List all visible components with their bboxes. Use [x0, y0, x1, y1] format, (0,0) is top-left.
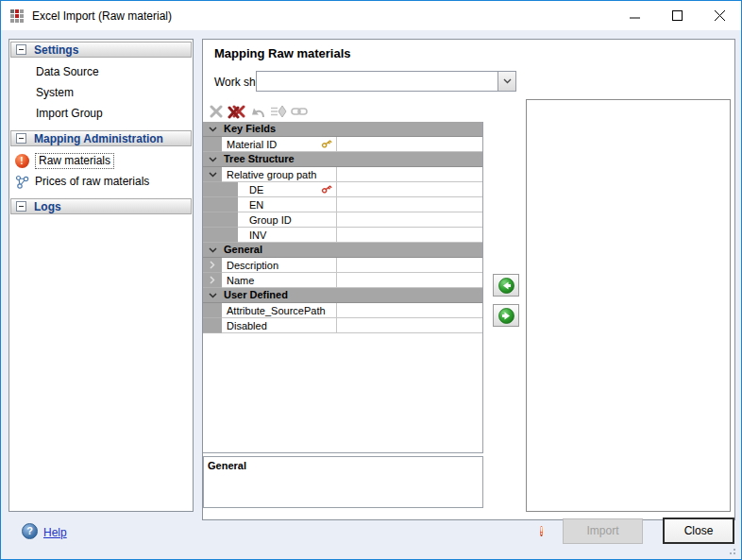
mapping-field-row[interactable]: EN	[203, 197, 482, 212]
field-label: Material ID	[227, 139, 277, 150]
mapping-group-row[interactable]: Tree Structure	[203, 152, 482, 167]
field-label: Description	[227, 260, 278, 271]
validation-error-icon: !	[540, 521, 543, 538]
maximize-button[interactable]	[656, 1, 699, 30]
minimize-icon	[630, 10, 640, 21]
page-title: Mapping Raw materials	[214, 46, 350, 60]
delete-all-icon	[228, 105, 246, 119]
resize-grip[interactable]	[726, 545, 735, 554]
collapse-icon[interactable]	[16, 44, 26, 55]
mapping-value-cell[interactable]	[337, 212, 482, 228]
field-label: Relative group path	[227, 169, 316, 180]
transfer-left-button[interactable]	[493, 274, 519, 297]
close-icon	[715, 10, 725, 21]
maximize-icon	[672, 10, 683, 21]
description-panel-title: General	[204, 457, 482, 471]
chevron-right-icon[interactable]	[203, 273, 222, 288]
mapping-value-cell[interactable]	[337, 137, 482, 152]
sidebar: Settings Data Source System Import Group…	[8, 39, 194, 512]
mapping-value-cell[interactable]	[337, 258, 482, 273]
sidebar-item-prices-of-raw-materials[interactable]: Prices of raw materials	[9, 172, 193, 191]
transfer-right-button[interactable]	[493, 304, 519, 327]
field-label: Attribute_SourcePath	[227, 305, 326, 316]
group-label: Key Fields	[222, 122, 276, 136]
undo-arrow-icon	[250, 105, 266, 118]
mapping-group-row[interactable]: User Defined	[203, 288, 482, 303]
close-button[interactable]	[699, 1, 741, 30]
worksheet-columns-listbox[interactable]	[526, 99, 731, 512]
mapping-value-cell[interactable]	[337, 167, 482, 182]
mapping-field-row[interactable]: Attribute_SourcePath	[203, 303, 482, 318]
sidebar-section-logs[interactable]: Logs	[10, 198, 192, 214]
close-dialog-button[interactable]: Close	[663, 518, 734, 544]
mapping-value-cell[interactable]	[337, 228, 482, 243]
app-icon	[10, 9, 24, 23]
chevron-down-icon[interactable]	[497, 72, 515, 91]
sidebar-item-label: System	[36, 86, 74, 99]
chevron-right-icon[interactable]	[203, 258, 222, 273]
field-label: Disabled	[227, 320, 267, 331]
sidebar-item-label: Import Group	[36, 107, 103, 120]
import-button[interactable]: Import	[563, 518, 643, 544]
sidebar-item-data-source[interactable]: Data Source	[9, 62, 193, 81]
mapping-group-row[interactable]: General	[203, 243, 482, 258]
minimize-button[interactable]	[614, 1, 656, 30]
mapping-value-cell[interactable]	[337, 197, 482, 212]
sidebar-item-raw-materials[interactable]: ! Raw materials	[9, 151, 193, 170]
key-icon-red	[321, 183, 332, 196]
mapping-field-row[interactable]: Name	[203, 273, 482, 288]
mapping-field-row[interactable]: Material ID	[203, 137, 482, 152]
mapping-field-row[interactable]: Group ID	[203, 212, 482, 228]
link-mapping-button[interactable]	[289, 103, 310, 120]
mapping-field-row[interactable]: INV	[203, 228, 482, 243]
sidebar-section-mapping-administration[interactable]: Mapping Administration	[10, 130, 192, 146]
error-icon: !	[14, 153, 29, 168]
worksheet-select[interactable]	[256, 71, 516, 92]
field-label: DE	[249, 184, 263, 195]
field-label: INV	[249, 229, 266, 241]
group-label: General	[222, 243, 262, 257]
sidebar-item-import-group[interactable]: Import Group	[9, 104, 193, 123]
help-icon[interactable]: ?	[22, 523, 38, 539]
sidebar-item-label: Raw materials	[35, 153, 114, 169]
group-label: Tree Structure	[222, 152, 295, 166]
excel-import-window: Excel Import (Raw material) Settings Dat…	[0, 0, 742, 560]
auto-map-button[interactable]	[268, 103, 289, 120]
link-icon	[291, 107, 308, 116]
auto-map-icon	[270, 105, 287, 118]
section-label: Settings	[34, 43, 78, 57]
undo-mapping-button[interactable]	[247, 103, 268, 120]
mapping-table: Key Fields Material ID Tree Structure Re	[203, 122, 483, 453]
delete-mapping-button[interactable]	[206, 103, 227, 120]
chevron-down-icon[interactable]	[203, 243, 222, 257]
chevron-down-icon[interactable]	[203, 122, 222, 136]
section-label: Mapping Administration	[34, 132, 163, 145]
mapping-group-row[interactable]: Key Fields	[203, 122, 482, 137]
collapse-icon[interactable]	[16, 133, 26, 144]
window-title: Excel Import (Raw material)	[32, 9, 172, 23]
chevron-down-icon[interactable]	[203, 152, 222, 166]
titlebar: Excel Import (Raw material)	[1, 1, 741, 30]
mapping-value-cell[interactable]	[337, 303, 482, 318]
field-label: Name	[227, 275, 254, 286]
sidebar-item-system[interactable]: System	[9, 83, 193, 102]
help-link[interactable]: Help	[43, 526, 67, 539]
section-label: Logs	[34, 200, 61, 213]
mapping-value-cell[interactable]	[337, 273, 482, 288]
group-label: User Defined	[222, 288, 288, 302]
chevron-down-icon[interactable]	[203, 288, 222, 302]
mapping-value-cell[interactable]	[337, 318, 482, 333]
collapse-icon[interactable]	[16, 201, 26, 212]
field-description-panel: General	[203, 456, 483, 508]
sidebar-item-label: Prices of raw materials	[35, 175, 149, 188]
chevron-down-icon[interactable]	[203, 167, 222, 182]
sidebar-section-settings[interactable]: Settings	[10, 42, 192, 58]
mapping-field-row[interactable]: Description	[203, 258, 482, 273]
mapping-field-row[interactable]: DE	[203, 182, 482, 197]
delete-all-mappings-button[interactable]	[227, 103, 247, 120]
network-icon	[14, 174, 29, 189]
mapping-field-row[interactable]: Disabled	[203, 318, 482, 333]
mapping-panel: Mapping Raw materials Work sheet:	[202, 39, 735, 520]
mapping-field-row[interactable]: Relative group path	[203, 167, 482, 182]
mapping-value-cell[interactable]	[337, 182, 482, 197]
